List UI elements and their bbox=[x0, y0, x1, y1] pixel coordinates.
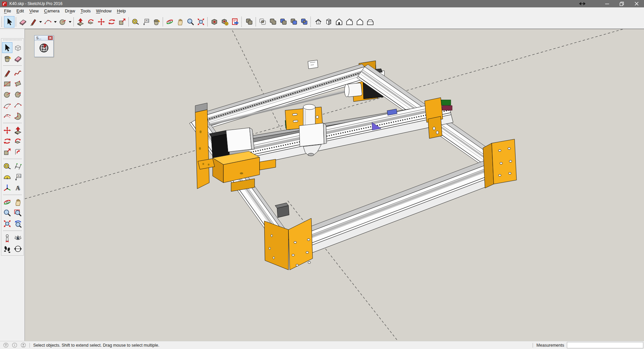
shape-tool-dropdown[interactable] bbox=[68, 16, 72, 28]
palette-section-plane-tool[interactable] bbox=[13, 243, 23, 254]
palette-freehand-tool[interactable] bbox=[13, 67, 23, 78]
follow-me-tool-button[interactable] bbox=[86, 16, 96, 28]
outer-shell-button[interactable] bbox=[244, 16, 254, 28]
get-models-button[interactable] bbox=[209, 16, 219, 28]
toolbar-grip[interactable] bbox=[241, 17, 243, 27]
toolbar-grip[interactable] bbox=[310, 17, 312, 27]
menu-help[interactable]: Help bbox=[114, 7, 129, 15]
restore-button[interactable] bbox=[614, 0, 629, 7]
palette-rectangle-tool[interactable] bbox=[2, 78, 12, 89]
zoom-extents-icon bbox=[197, 17, 205, 26]
palette-grip[interactable] bbox=[3, 40, 21, 42]
palette-eraser-tool[interactable] bbox=[13, 53, 23, 64]
model-viewport[interactable] bbox=[25, 29, 644, 341]
intersect-button[interactable] bbox=[257, 16, 268, 28]
palette-rotated-rectangle-tool[interactable] bbox=[13, 78, 23, 89]
orbit-tool-button[interactable] bbox=[164, 16, 175, 28]
menu-draw[interactable]: Draw bbox=[62, 7, 78, 15]
minimize-button[interactable] bbox=[600, 0, 614, 7]
menu-edit[interactable]: Edit bbox=[14, 7, 26, 15]
eraser-tool-button[interactable] bbox=[17, 16, 28, 28]
sections-floating-toolbar[interactable]: S... bbox=[34, 35, 54, 57]
text-tool-button[interactable] bbox=[141, 16, 151, 28]
sign-in-icon[interactable] bbox=[20, 342, 26, 348]
view-back-button[interactable] bbox=[355, 16, 365, 28]
palette-push-pull-tool[interactable] bbox=[13, 125, 23, 136]
axes-icon bbox=[3, 183, 12, 192]
drawing-canvas[interactable]: S... bbox=[25, 29, 644, 341]
zoom-extents-button[interactable] bbox=[196, 16, 206, 28]
view-top-button[interactable] bbox=[323, 16, 334, 28]
palette-look-around-tool[interactable] bbox=[13, 233, 23, 243]
palette-polygon-tool[interactable] bbox=[13, 89, 23, 100]
rotate-tool-button[interactable] bbox=[106, 16, 117, 28]
palette-orbit-tool[interactable] bbox=[2, 197, 12, 207]
palette-two-point-arc-tool[interactable] bbox=[13, 100, 23, 110]
palette-make-component-tool[interactable] bbox=[13, 42, 23, 53]
view-iso-button[interactable] bbox=[313, 16, 323, 28]
union-button[interactable] bbox=[268, 16, 278, 28]
palette-zoom-extents-tool[interactable] bbox=[2, 218, 12, 229]
arc-tool-button[interactable] bbox=[43, 16, 53, 28]
menu-camera[interactable]: Camera bbox=[41, 7, 62, 15]
palette-tape-measure-tool[interactable] bbox=[2, 161, 12, 171]
share-model-button[interactable] bbox=[219, 16, 230, 28]
resize-horizontal-icon[interactable] bbox=[575, 0, 590, 7]
palette-text-tool[interactable] bbox=[13, 171, 23, 182]
pan-tool-button[interactable] bbox=[175, 16, 185, 28]
line-tool-button[interactable] bbox=[28, 16, 38, 28]
palette-line-tool[interactable] bbox=[2, 67, 12, 78]
palette-paint-bucket-tool[interactable] bbox=[2, 53, 12, 64]
split-button[interactable] bbox=[299, 16, 309, 28]
circle-tool-button[interactable] bbox=[57, 16, 68, 28]
tape-measure-tool-button[interactable] bbox=[130, 16, 141, 28]
move-tool-button[interactable] bbox=[96, 16, 106, 28]
arc-tool-dropdown[interactable] bbox=[53, 16, 57, 28]
palette-select-tool[interactable] bbox=[2, 42, 12, 53]
view-front-button[interactable] bbox=[334, 16, 344, 28]
palette-zoom-previous-tool[interactable] bbox=[13, 218, 23, 229]
send-to-layout-button[interactable] bbox=[230, 16, 240, 28]
menu-tools[interactable]: Tools bbox=[78, 7, 93, 15]
scale-tool-button[interactable] bbox=[117, 16, 127, 28]
palette-3d-text-tool[interactable] bbox=[13, 182, 23, 193]
view-right-button[interactable] bbox=[344, 16, 355, 28]
line-tool-dropdown[interactable] bbox=[38, 16, 43, 28]
palette-pie-tool[interactable] bbox=[13, 110, 23, 121]
palette-zoom-tool[interactable] bbox=[2, 207, 12, 218]
palette-axes-tool[interactable] bbox=[2, 182, 12, 193]
push-pull-tool-button[interactable] bbox=[75, 16, 86, 28]
palette-zoom-window-tool[interactable] bbox=[13, 207, 23, 218]
menu-window[interactable]: Window bbox=[93, 7, 114, 15]
close-button[interactable] bbox=[629, 0, 644, 7]
floating-toolbar-titlebar[interactable]: S... bbox=[35, 36, 53, 41]
floating-toolbar-close-button[interactable] bbox=[48, 36, 53, 40]
palette-position-camera-tool[interactable] bbox=[2, 233, 12, 243]
palette-protractor-tool[interactable] bbox=[2, 171, 12, 182]
palette-arc-tool[interactable] bbox=[2, 100, 12, 110]
palette-offset-tool[interactable] bbox=[13, 146, 23, 157]
trim-button[interactable] bbox=[288, 16, 299, 28]
palette-pan-tool[interactable] bbox=[13, 197, 23, 207]
menu-file[interactable]: File bbox=[1, 7, 14, 15]
view-left-button[interactable] bbox=[365, 16, 375, 28]
select-tool-button[interactable] bbox=[4, 16, 14, 28]
palette-walk-tool[interactable] bbox=[2, 243, 12, 254]
subtract-button[interactable] bbox=[278, 16, 288, 28]
section-plane-toolbar-button[interactable] bbox=[38, 42, 50, 55]
palette-circle-tool[interactable] bbox=[2, 89, 12, 100]
palette-move-tool[interactable] bbox=[2, 125, 12, 136]
palette-follow-me-tool[interactable] bbox=[13, 136, 23, 146]
palette-scale-tool[interactable] bbox=[2, 146, 12, 157]
credits-icon[interactable] bbox=[12, 342, 17, 348]
paint-bucket-tool-button[interactable] bbox=[151, 16, 161, 28]
palette-rotate-tool[interactable] bbox=[2, 136, 12, 146]
palette-three-point-arc-tool[interactable] bbox=[2, 110, 12, 121]
cnc-frame-model[interactable] bbox=[190, 60, 517, 270]
palette-dimension-tool[interactable] bbox=[13, 161, 23, 171]
zoom-tool-button[interactable] bbox=[185, 16, 196, 28]
toolbar-grip[interactable] bbox=[1, 17, 3, 27]
menu-view[interactable]: View bbox=[26, 7, 41, 15]
measurements-input[interactable] bbox=[567, 342, 643, 348]
geolocation-icon[interactable] bbox=[3, 342, 9, 348]
